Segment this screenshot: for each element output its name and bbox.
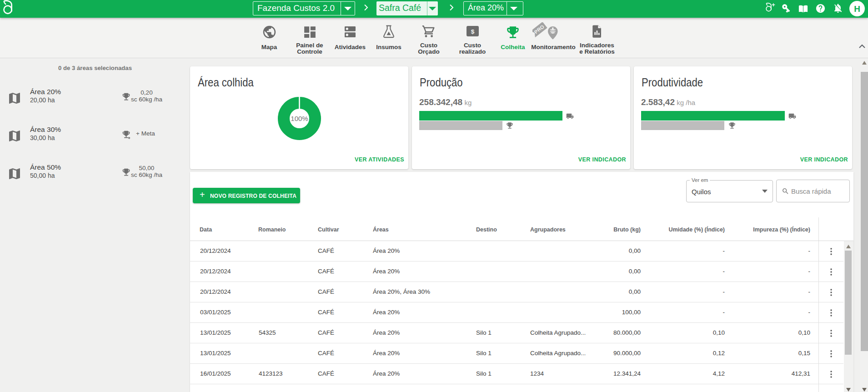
svg-text:100%: 100% — [291, 115, 308, 122]
svg-text:$: $ — [471, 28, 474, 35]
